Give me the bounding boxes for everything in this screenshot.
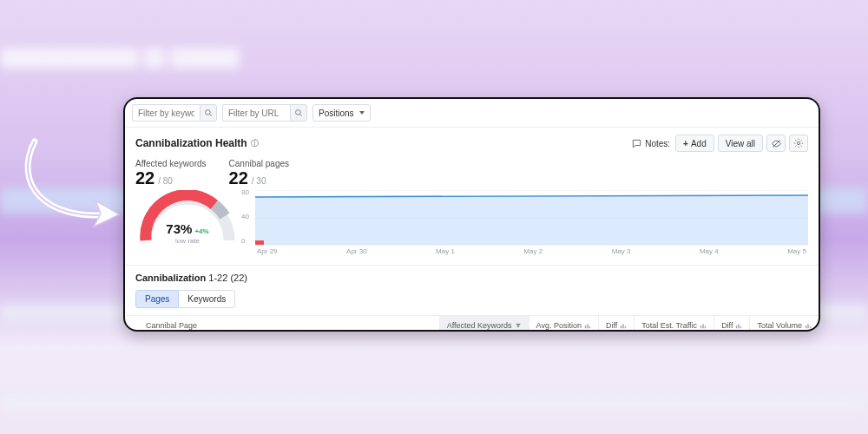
svg-point-2 bbox=[296, 110, 301, 115]
svg-line-3 bbox=[300, 115, 302, 116]
svg-rect-22 bbox=[806, 326, 807, 328]
list-heading: Cannibalization 1-22 (22) bbox=[125, 266, 819, 290]
svg-rect-9 bbox=[255, 240, 264, 245]
bars-icon bbox=[735, 322, 742, 329]
url-search-button[interactable] bbox=[290, 104, 307, 122]
col-cannibal-page[interactable]: Cannibal Page bbox=[125, 316, 439, 332]
x-tick: May 4 bbox=[700, 247, 719, 255]
svg-rect-15 bbox=[625, 326, 627, 328]
chevron-down-icon bbox=[359, 111, 365, 115]
svg-rect-16 bbox=[700, 326, 702, 328]
svg-rect-11 bbox=[587, 324, 589, 328]
svg-rect-12 bbox=[589, 326, 591, 328]
svg-rect-13 bbox=[621, 326, 622, 328]
x-tick: May 1 bbox=[436, 247, 455, 255]
svg-point-5 bbox=[797, 141, 799, 144]
keyword-search-button[interactable] bbox=[200, 104, 217, 122]
svg-rect-23 bbox=[807, 324, 809, 328]
info-icon: ⓘ bbox=[251, 138, 259, 149]
tab-keywords[interactable]: Keywords bbox=[179, 290, 235, 308]
tab-pages[interactable]: Pages bbox=[135, 290, 179, 308]
filter-bar: Positions bbox=[125, 99, 819, 128]
col-affected-keywords[interactable]: Affected Keywords bbox=[439, 316, 529, 332]
bars-icon bbox=[620, 322, 627, 329]
x-tick: Apr 30 bbox=[346, 247, 367, 255]
svg-rect-19 bbox=[736, 326, 738, 328]
x-tick: May 3 bbox=[612, 247, 631, 255]
svg-rect-14 bbox=[622, 324, 624, 328]
metric-cannibal-pages: Cannibal pages 22/ 30 bbox=[229, 159, 290, 188]
bars-icon bbox=[700, 322, 707, 329]
keyword-input[interactable] bbox=[132, 104, 200, 122]
col-avg-position[interactable]: Avg. Position bbox=[529, 316, 598, 332]
svg-point-0 bbox=[206, 110, 211, 115]
bars-icon bbox=[805, 322, 812, 329]
filter-url bbox=[222, 104, 307, 122]
settings-button[interactable] bbox=[789, 135, 808, 152]
health-section: Cannibalization Health ⓘ Notes: +Add Vie… bbox=[125, 128, 819, 266]
x-tick: May 2 bbox=[523, 247, 542, 255]
svg-rect-10 bbox=[585, 326, 587, 328]
svg-rect-18 bbox=[705, 326, 707, 328]
positions-dropdown[interactable]: Positions bbox=[312, 104, 371, 122]
view-all-button[interactable]: View all bbox=[718, 135, 763, 152]
col-diff-2[interactable]: Diff bbox=[713, 316, 749, 332]
svg-rect-21 bbox=[740, 326, 742, 328]
search-icon bbox=[294, 108, 303, 117]
col-total-traffic[interactable]: Total Est. Traffic bbox=[634, 316, 713, 332]
bars-icon bbox=[584, 322, 591, 329]
metric-affected-keywords: Affected keywords 22/ 80 bbox=[135, 159, 207, 188]
col-diff-1[interactable]: Diff bbox=[598, 316, 634, 332]
section-title: Cannibalization Health ⓘ bbox=[135, 137, 259, 149]
eye-off-icon bbox=[771, 138, 782, 149]
visibility-button[interactable] bbox=[766, 135, 786, 152]
x-tick: Apr 29 bbox=[257, 247, 278, 255]
x-tick: May 5 bbox=[787, 247, 806, 255]
health-gauge: 73%+4% low rate bbox=[135, 190, 240, 246]
callout-arrow bbox=[9, 135, 130, 239]
svg-rect-20 bbox=[739, 324, 740, 328]
list-tabs: Pages Keywords bbox=[125, 290, 819, 315]
svg-rect-17 bbox=[702, 324, 704, 328]
col-total-volume[interactable]: Total Volume bbox=[749, 316, 819, 332]
gear-icon bbox=[793, 138, 804, 148]
note-icon bbox=[632, 139, 641, 148]
table-header: Cannibal Page Affected Keywords Avg. Pos… bbox=[125, 315, 819, 332]
svg-line-1 bbox=[210, 115, 212, 116]
trend-chart: 80 40 0 Apr 29Apr 30May 1May 2May 3May 4… bbox=[255, 190, 808, 260]
filter-keyword bbox=[132, 104, 217, 122]
notes-label: Notes: bbox=[632, 139, 670, 148]
cannibalization-panel: Positions Cannibalization Health ⓘ Notes… bbox=[123, 97, 820, 332]
sort-icon bbox=[515, 322, 522, 329]
positions-label: Positions bbox=[319, 108, 354, 118]
search-icon bbox=[204, 108, 213, 117]
svg-rect-24 bbox=[810, 326, 812, 328]
add-note-button[interactable]: +Add bbox=[675, 135, 714, 152]
url-input[interactable] bbox=[222, 104, 290, 122]
